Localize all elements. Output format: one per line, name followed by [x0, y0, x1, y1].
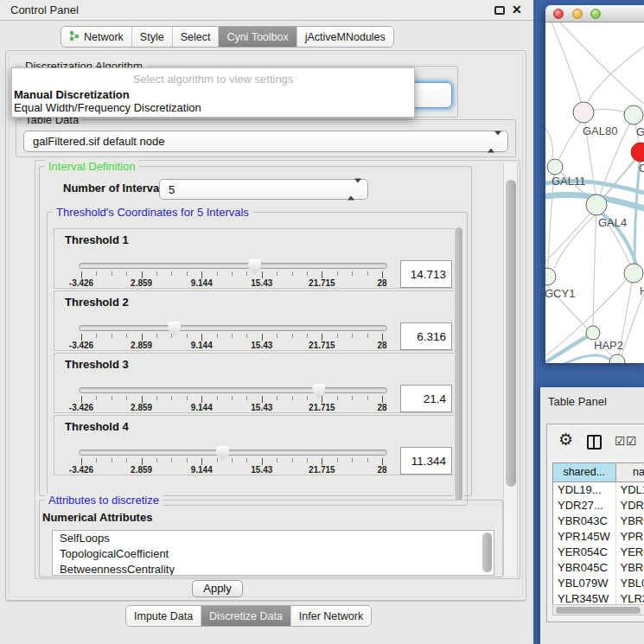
dropdown-option-manual-discretization[interactable]: Manual Discretization [12, 88, 414, 101]
thresholds-group-label: Threshold's Coordinates for 5 Intervals [53, 206, 252, 219]
threshold-slider[interactable]: -3.4262.8599.14415.4321.71528 [79, 443, 387, 475]
combo-spinner-icon[interactable] [488, 135, 501, 148]
network-window-titlebar[interactable] [545, 5, 644, 22]
slider-tick [246, 271, 247, 276]
table-cell[interactable]: YDL19... [616, 482, 644, 498]
slider-track[interactable] [79, 450, 387, 456]
slider-tick [246, 334, 247, 338]
thresholds-scrollbar-track[interactable] [454, 226, 463, 501]
slider-tick [126, 334, 127, 338]
float-window-icon[interactable] [494, 6, 505, 15]
table-cell[interactable]: YER054C [616, 545, 644, 560]
table-cell[interactable]: YBR043C [616, 513, 644, 529]
table-row[interactable]: YER054CYER054C [553, 545, 644, 560]
apply-button[interactable]: Apply [192, 580, 243, 597]
tab-jactivemnodules[interactable]: jActiveMNodules [296, 27, 393, 47]
attributes-scrollbar-thumb[interactable] [482, 532, 492, 572]
tab-infer-network[interactable]: Infer Network [290, 606, 371, 626]
dropdown-option-equal-width-frequency[interactable]: Equal Width/Frequency Discretization [12, 101, 414, 114]
threshold-title: Threshold 2 [65, 296, 129, 309]
tab-impute-data[interactable]: Impute Data [126, 606, 201, 626]
attribute-list-item[interactable]: TopologicalCoefficient [53, 546, 494, 562]
threshold-value-field[interactable]: 6.316 [400, 322, 452, 350]
table-cell[interactable]: YDR27... [616, 498, 644, 513]
network-node[interactable] [545, 268, 556, 285]
table-cell[interactable]: YBR043C [553, 513, 616, 529]
table-hscrollbar-track[interactable] [552, 604, 644, 615]
slider-tick [262, 396, 263, 403]
network-node[interactable] [586, 194, 607, 215]
table-row[interactable]: YBR045CYBR045C [553, 560, 644, 576]
table-row[interactable]: YPR145WYPR145W [553, 529, 644, 545]
top-tabstrip: Network Style Select Cyni Toolbox jActiv… [61, 26, 394, 48]
dropdown-placeholder: Select algorithm to view settings [12, 73, 414, 86]
threshold-slider[interactable]: -3.4262.8599.14415.4321.71528 [79, 318, 387, 351]
table-cell[interactable]: YBL079W [616, 576, 644, 591]
attribute-list-item[interactable]: BetweennessCentrality [53, 562, 494, 576]
network-node[interactable] [586, 326, 600, 340]
threshold-row-3: Threshold 3 -3.4262.8599.14415.4321.7152… [54, 353, 456, 413]
table-rows: YDL19...YDL19...YDR27...YDR27...YBR043CY… [553, 482, 644, 615]
table-data-combobox[interactable]: galFiltered.sif default node [23, 131, 508, 152]
thresholds-scrollbar-thumb[interactable] [455, 227, 462, 501]
table-cell[interactable]: YBL079W [553, 576, 616, 591]
attribute-list-item[interactable]: SelfLoops [53, 531, 494, 546]
table-row[interactable]: YBR043CYBR043C [553, 513, 644, 529]
numerical-attributes-list[interactable]: SelfLoopsTopologicalCoefficientBetweenne… [52, 530, 494, 576]
numerical-attributes-label: Numerical Attributes [42, 511, 152, 524]
table-cell[interactable]: YDR27... [553, 498, 616, 513]
table-cell[interactable]: YBR045C [553, 560, 616, 576]
interval-definition-group: Interval Definition Number of Intervals … [39, 166, 472, 496]
table-cell[interactable]: YPR145W [616, 529, 644, 545]
slider-track[interactable] [79, 263, 387, 269]
slider-tick [322, 458, 322, 465]
table-row[interactable]: YDL19...YDL19... [553, 482, 644, 498]
control-panel-titlebar[interactable]: Control Panel ✕ [0, 0, 533, 21]
network-node[interactable] [547, 159, 563, 175]
threshold-value-field[interactable]: 11.344 [400, 447, 452, 475]
number-of-intervals-combobox[interactable]: 5 [159, 179, 368, 200]
network-canvas[interactable]: GAL80GACGAL11GAL4GCY1HHAP2 [545, 22, 644, 363]
tab-discretize-data[interactable]: Discretize Data [201, 606, 290, 626]
table-cell[interactable]: YER054C [553, 545, 616, 560]
slider-track[interactable] [79, 325, 387, 331]
checkbox-icon[interactable]: ☑ [615, 434, 626, 448]
slider-tick [81, 458, 82, 465]
network-node[interactable] [631, 143, 644, 162]
tab-select[interactable]: Select [172, 27, 219, 47]
table-cell[interactable]: YPR145W [553, 529, 616, 545]
network-node[interactable] [624, 264, 643, 283]
slider-tick [217, 271, 218, 276]
tab-cyni-toolbox[interactable]: Cyni Toolbox [218, 27, 296, 47]
settings-scrollbar-track[interactable] [503, 163, 518, 577]
tab-network[interactable]: Network [61, 27, 131, 47]
threshold-slider[interactable]: -3.4262.8599.14415.4321.71528 [79, 256, 387, 289]
table-hscrollbar-thumb[interactable] [556, 607, 641, 614]
threshold-value-field[interactable]: 14.713 [400, 260, 452, 288]
zoom-traffic-light-icon[interactable] [590, 9, 601, 19]
slider-tick [201, 334, 202, 341]
settings-scrollbar-thumb[interactable] [506, 180, 516, 487]
table-cell[interactable]: YDL19... [553, 482, 616, 498]
close-traffic-light-icon[interactable] [553, 9, 564, 19]
checkbox-icon[interactable]: ☑ [626, 434, 637, 448]
column-header-shared-name[interactable]: shared... [553, 463, 616, 481]
slider-track[interactable] [79, 387, 387, 393]
minimize-traffic-light-icon[interactable] [572, 9, 583, 19]
network-node-label: GAL4 [598, 216, 627, 229]
threshold-value-field[interactable]: 21.4 [400, 385, 452, 412]
slider-tick-label: 2.859 [131, 465, 152, 475]
split-columns-icon[interactable] [587, 435, 602, 450]
network-node[interactable] [624, 105, 643, 124]
column-header-name[interactable]: name [616, 463, 644, 481]
combo-spinner-icon[interactable] [348, 183, 361, 196]
tab-style[interactable]: Style [131, 27, 172, 47]
gear-icon[interactable]: ⚙ [558, 431, 573, 448]
network-node[interactable] [573, 102, 594, 123]
table-row[interactable]: YBL079WYBL079W [553, 576, 644, 591]
table-cell[interactable]: YBR045C [616, 560, 644, 576]
threshold-slider[interactable]: -3.4262.8599.14415.4321.71528 [79, 380, 387, 413]
slider-tick [126, 271, 127, 276]
close-icon[interactable]: ✕ [512, 3, 522, 16]
table-row[interactable]: YDR27...YDR27... [553, 498, 644, 513]
